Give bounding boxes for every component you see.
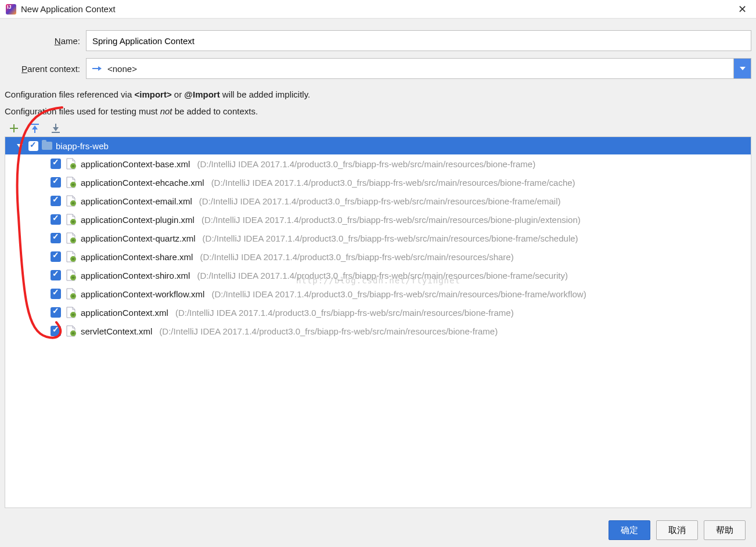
file-name: applicationContext.xml (81, 308, 168, 318)
file-name: applicationContext-plugin.xml (81, 215, 195, 225)
svg-rect-2 (55, 124, 56, 128)
file-name: applicationContext-workflow.xml (81, 289, 204, 299)
ok-button[interactable]: 确定 (609, 520, 650, 540)
root-checkbox[interactable] (28, 141, 38, 151)
spring-xml-icon (66, 307, 76, 318)
file-checkbox[interactable] (51, 326, 61, 336)
file-name: applicationContext-ehcache.xml (81, 178, 204, 188)
folder-icon (42, 142, 52, 150)
spring-xml-icon (66, 195, 76, 207)
file-checkbox[interactable] (51, 289, 61, 299)
titlebar: New Application Context ✕ (0, 0, 756, 19)
spring-xml-icon (66, 325, 76, 337)
tree-file-row[interactable]: applicationContext-quartz.xml(D:/Intelli… (5, 229, 751, 247)
file-path: (D:/IntelliJ IDEA 2017.1.4/product3.0_fr… (201, 215, 581, 225)
file-checkbox[interactable] (51, 177, 61, 188)
file-name: applicationContext-base.xml (81, 159, 190, 169)
file-checkbox[interactable] (51, 251, 61, 262)
expand-all-icon[interactable] (29, 123, 41, 134)
info-line-2: Configuration files used for testing mus… (5, 103, 751, 120)
file-name: applicationContext-share.xml (81, 252, 193, 262)
spring-xml-icon (66, 158, 76, 170)
file-name: applicationContext-email.xml (81, 196, 192, 206)
tree-file-row[interactable]: applicationContext-plugin.xml(D:/Intelli… (5, 210, 751, 229)
spring-xml-icon (66, 177, 76, 188)
spring-xml-icon (66, 269, 76, 281)
info-line-1: Configuration files referenced via <impo… (5, 86, 751, 103)
file-path: (D:/IntelliJ IDEA 2017.1.4/product3.0_fr… (197, 271, 568, 280)
file-path: (D:/IntelliJ IDEA 2017.1.4/product3.0_fr… (200, 252, 513, 262)
svg-rect-3 (52, 132, 60, 133)
tree-file-row[interactable]: applicationContext-ehcache.xml(D:/Intell… (5, 173, 751, 192)
root-label: biapp-frs-web (56, 141, 109, 151)
tree-file-row[interactable]: applicationContext-workflow.xml(D:/Intel… (5, 285, 751, 303)
spring-xml-icon (66, 232, 76, 244)
file-path: (D:/IntelliJ IDEA 2017.1.4/product3.0_fr… (203, 233, 578, 243)
tree-file-row[interactable]: servletContext.xml(D:/IntelliJ IDEA 2017… (5, 322, 751, 340)
collapse-all-icon[interactable] (50, 123, 62, 134)
file-path: (D:/IntelliJ IDEA 2017.1.4/product3.0_fr… (197, 159, 535, 169)
cancel-button[interactable]: 取消 (656, 520, 698, 540)
intellij-icon (6, 4, 16, 15)
dialog-buttons: 确定 取消 帮助 (609, 520, 746, 540)
parent-context-combo[interactable]: <none> (86, 58, 751, 79)
parent-context-value: <none> (107, 64, 733, 74)
tree-toolbar (5, 119, 751, 136)
tree-root-row[interactable]: biapp-frs-web (5, 137, 751, 154)
file-name: servletContext.xml (81, 326, 152, 336)
file-path: (D:/IntelliJ IDEA 2017.1.4/product3.0_fr… (199, 196, 561, 206)
parent-context-label: Parent context: (5, 64, 86, 74)
add-icon[interactable] (8, 123, 20, 134)
tree-file-row[interactable]: applicationContext-shiro.xml(D:/IntelliJ… (5, 266, 751, 285)
file-path: (D:/IntelliJ IDEA 2017.1.4/product3.0_fr… (159, 326, 498, 336)
spring-xml-icon (66, 251, 76, 262)
spring-xml-icon (66, 214, 76, 225)
arrow-right-icon (92, 65, 102, 72)
name-input[interactable] (86, 30, 751, 51)
close-icon[interactable]: ✕ (735, 3, 750, 16)
file-path: (D:/IntelliJ IDEA 2017.1.4/product3.0_fr… (211, 289, 586, 299)
spring-xml-icon (66, 288, 76, 300)
file-path: (D:/IntelliJ IDEA 2017.1.4/product3.0_fr… (175, 308, 514, 318)
file-checkbox[interactable] (51, 159, 61, 169)
tree-file-row[interactable]: applicationContext-base.xml(D:/IntelliJ … (5, 154, 751, 173)
tree-file-row[interactable]: applicationContext-email.xml(D:/IntelliJ… (5, 192, 751, 210)
file-checkbox[interactable] (51, 196, 61, 206)
svg-rect-0 (31, 124, 39, 125)
svg-rect-1 (34, 129, 35, 133)
tree-file-row[interactable]: applicationContext-share.xml(D:/IntelliJ… (5, 247, 751, 266)
help-button[interactable]: 帮助 (704, 520, 746, 540)
config-files-tree[interactable]: biapp-frs-web applicationContext-base.xm… (5, 136, 751, 508)
file-name: applicationContext-shiro.xml (81, 271, 190, 280)
tree-file-row[interactable]: applicationContext.xml(D:/IntelliJ IDEA … (5, 303, 751, 322)
file-path: (D:/IntelliJ IDEA 2017.1.4/product3.0_fr… (211, 178, 575, 188)
name-label: Name: (5, 36, 86, 46)
combo-dropdown-button[interactable] (733, 59, 751, 78)
file-checkbox[interactable] (51, 270, 61, 280)
file-checkbox[interactable] (51, 307, 61, 318)
expand-triangle-icon[interactable] (17, 144, 23, 148)
window-title: New Application Context (21, 4, 735, 14)
file-checkbox[interactable] (51, 233, 61, 243)
file-checkbox[interactable] (51, 214, 61, 225)
chevron-down-icon (740, 67, 746, 70)
file-name: applicationContext-quartz.xml (81, 233, 196, 243)
